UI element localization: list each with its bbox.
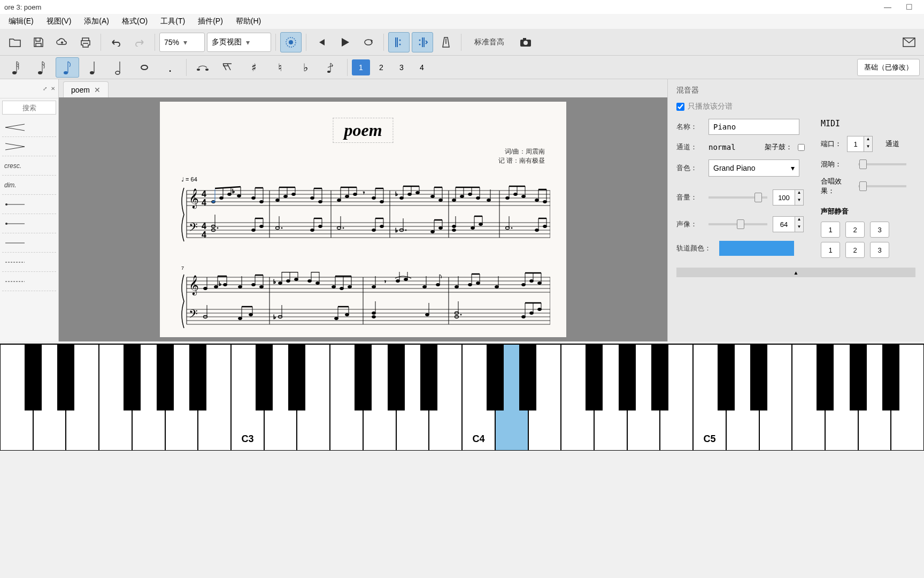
score-title[interactable]: poem bbox=[333, 118, 393, 143]
menu-tools[interactable]: 工具(T) bbox=[154, 14, 191, 28]
palette-dim-text[interactable]: dim. bbox=[2, 176, 56, 195]
flat-button[interactable]: ♭ bbox=[294, 57, 317, 78]
chorus-slider[interactable] bbox=[858, 185, 906, 187]
zoom-select[interactable]: 75%▾ bbox=[159, 33, 205, 52]
midi-port-input[interactable] bbox=[847, 136, 864, 152]
mute-voice-2a[interactable]: 2 bbox=[845, 222, 865, 238]
tie-button[interactable] bbox=[191, 57, 214, 78]
concert-pitch-label[interactable]: 标准音高 bbox=[466, 37, 513, 47]
drumset-checkbox[interactable] bbox=[798, 144, 805, 151]
grace-button[interactable] bbox=[319, 57, 343, 78]
voice-4-button[interactable]: 4 bbox=[413, 59, 431, 75]
tab-poem[interactable]: poem ✕ bbox=[63, 81, 109, 97]
repeat-start-button[interactable] bbox=[388, 32, 410, 52]
metronome-button[interactable] bbox=[435, 32, 457, 52]
palette-line-dashed-1[interactable] bbox=[2, 253, 56, 272]
staff-system-2[interactable]: 𝄞 𝄢 ♭ ♭ bbox=[181, 272, 545, 331]
workspace-select[interactable]: 基础（已修改） bbox=[857, 59, 920, 76]
screenshot-button[interactable] bbox=[515, 32, 536, 52]
track-name-input[interactable] bbox=[709, 119, 799, 135]
piano-black-key[interactable] bbox=[256, 345, 273, 410]
volume-slider[interactable] bbox=[709, 196, 767, 199]
staff-system-1[interactable]: 𝄞 𝄢 44 44 ♭ bbox=[181, 185, 545, 244]
save-button[interactable] bbox=[28, 32, 49, 52]
reverb-slider[interactable] bbox=[858, 163, 906, 165]
menu-plugins[interactable]: 插件(P) bbox=[191, 14, 229, 28]
mixer-expand-bar[interactable]: ▲ bbox=[676, 268, 915, 277]
palette-line-3[interactable] bbox=[2, 233, 56, 253]
piano-black-key[interactable] bbox=[124, 345, 141, 410]
menu-view[interactable]: 视图(V) bbox=[40, 14, 78, 28]
piano-black-key[interactable] bbox=[519, 345, 536, 410]
print-button[interactable] bbox=[75, 32, 96, 52]
note-8th-button[interactable] bbox=[56, 57, 79, 78]
mute-voice-1a[interactable]: 1 bbox=[821, 222, 840, 238]
piano-black-key[interactable] bbox=[189, 345, 206, 410]
mute-voice-3a[interactable]: 3 bbox=[870, 222, 889, 238]
piano-black-key[interactable] bbox=[420, 345, 437, 410]
palette-line-dashed-2[interactable] bbox=[2, 272, 56, 291]
dot-button[interactable]: . bbox=[158, 57, 182, 78]
piano-black-key[interactable] bbox=[157, 345, 174, 410]
pan-slider[interactable] bbox=[709, 223, 767, 225]
palette-line-2[interactable] bbox=[2, 214, 56, 233]
piano-black-key[interactable] bbox=[817, 345, 834, 410]
palette-line-1[interactable] bbox=[2, 195, 56, 214]
undo-button[interactable] bbox=[105, 32, 127, 52]
rewind-button[interactable] bbox=[311, 32, 332, 52]
viewmode-select[interactable]: 多页视图▾ bbox=[207, 33, 271, 52]
palette-expand-icon[interactable]: ⤢ bbox=[43, 86, 47, 92]
menu-add[interactable]: 添加(A) bbox=[78, 14, 116, 28]
play-only-part-checkbox[interactable] bbox=[676, 103, 684, 111]
natural-button[interactable]: ♮ bbox=[268, 57, 291, 78]
mute-voice-3b[interactable]: 3 bbox=[870, 242, 889, 258]
pan-input[interactable] bbox=[773, 216, 795, 232]
repeat-end-button[interactable] bbox=[412, 32, 433, 52]
track-color-picker[interactable] bbox=[719, 241, 794, 256]
voice-2-button[interactable]: 2 bbox=[372, 59, 390, 75]
piano-black-key[interactable] bbox=[850, 345, 867, 410]
tempo-marking[interactable]: ♩ = 64 bbox=[181, 176, 545, 183]
patch-select[interactable]: Grand Piano▾ bbox=[709, 159, 799, 177]
menu-format[interactable]: 格式(O) bbox=[116, 14, 154, 28]
voice-3-button[interactable]: 3 bbox=[392, 59, 411, 75]
sharp-button[interactable]: ♯ bbox=[242, 57, 266, 78]
note-input-button[interactable] bbox=[280, 32, 302, 52]
play-button[interactable] bbox=[334, 32, 356, 52]
menu-edit[interactable]: 编辑(E) bbox=[2, 14, 40, 28]
volume-input[interactable] bbox=[773, 189, 795, 206]
close-tab-icon[interactable]: ✕ bbox=[94, 86, 101, 94]
menu-help[interactable]: 帮助(H) bbox=[229, 14, 267, 28]
palette-close-icon[interactable]: ✕ bbox=[51, 86, 55, 92]
piano-black-key[interactable] bbox=[750, 345, 767, 410]
piano-black-key[interactable] bbox=[882, 345, 899, 410]
cloud-button[interactable] bbox=[51, 32, 73, 52]
note-16th-button[interactable] bbox=[30, 57, 53, 78]
palette-search-input[interactable] bbox=[2, 101, 56, 115]
loop-button[interactable] bbox=[358, 32, 379, 52]
piano-black-key[interactable] bbox=[586, 345, 603, 410]
maximize-button[interactable]: ☐ bbox=[898, 3, 920, 11]
piano-black-key[interactable] bbox=[487, 345, 504, 410]
score-viewport[interactable]: poem 词/曲：周震南 记 谱：南有极昼 ♩ = 64 bbox=[59, 97, 667, 341]
note-half-button[interactable] bbox=[107, 57, 130, 78]
piano-black-key[interactable] bbox=[388, 345, 405, 410]
mute-voice-1b[interactable]: 1 bbox=[821, 242, 840, 258]
palette-hairpin-cresc[interactable] bbox=[2, 118, 56, 137]
open-button[interactable] bbox=[4, 32, 26, 52]
mail-button[interactable] bbox=[898, 32, 920, 52]
note-whole-button[interactable] bbox=[133, 57, 156, 78]
note-32nd-button[interactable] bbox=[4, 57, 28, 78]
minimize-button[interactable]: — bbox=[877, 3, 898, 11]
piano-black-key[interactable] bbox=[57, 345, 74, 410]
piano-black-key[interactable] bbox=[619, 345, 636, 410]
piano-black-key[interactable] bbox=[25, 345, 42, 410]
voice-1-button[interactable]: 1 bbox=[352, 59, 370, 75]
redo-button[interactable] bbox=[129, 32, 150, 52]
palette-hairpin-dim[interactable] bbox=[2, 137, 56, 156]
slur-button[interactable] bbox=[217, 57, 240, 78]
piano-black-key[interactable] bbox=[651, 345, 668, 410]
piano-black-key[interactable] bbox=[355, 345, 372, 410]
palette-cresc-text[interactable]: cresc. bbox=[2, 156, 56, 176]
note-quarter-button[interactable] bbox=[81, 57, 105, 78]
